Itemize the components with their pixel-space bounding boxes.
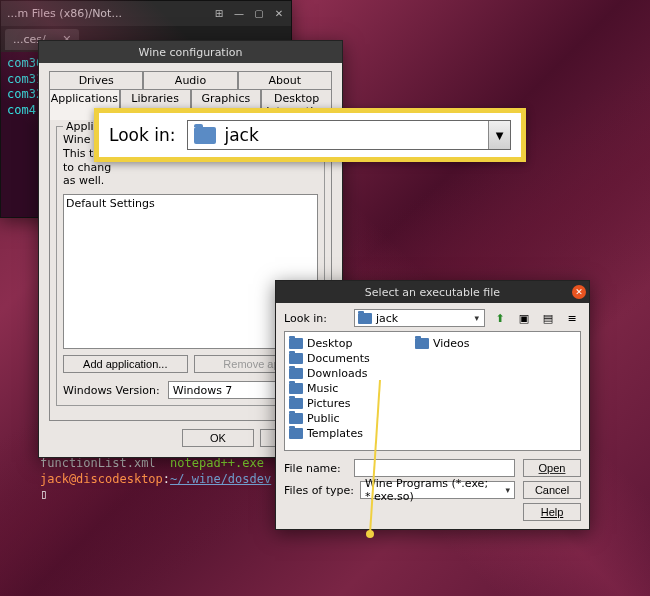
folder-item: Downloads <box>289 366 385 381</box>
svg-point-1 <box>366 530 374 538</box>
folder-icon <box>289 413 303 424</box>
lookin-label: Look in: <box>284 312 348 325</box>
callout-label: Look in: <box>109 125 175 145</box>
file-list[interactable]: Desktop Documents Downloads Music Pictur… <box>284 331 581 451</box>
add-application-button[interactable]: Add application... <box>63 355 188 373</box>
ok-button[interactable]: OK <box>182 429 254 447</box>
list-view-icon[interactable]: ▤ <box>539 309 557 327</box>
filedlg-title: Select an executable file <box>365 286 500 299</box>
list-item[interactable]: Default Settings <box>66 197 315 210</box>
minimize-icon[interactable]: — <box>233 8 245 20</box>
folder-icon <box>194 127 216 144</box>
winecfg-title: Wine configuration <box>139 46 243 59</box>
close-icon[interactable]: ✕ <box>273 8 285 20</box>
folder-icon <box>415 338 429 349</box>
filetype-select[interactable]: Wine Programs (*.exe; *.exe.so) <box>360 481 515 499</box>
maximize-icon[interactable]: ▢ <box>253 8 265 20</box>
folder-icon <box>289 353 303 364</box>
up-icon[interactable]: ⬆ <box>491 309 509 327</box>
open-button[interactable]: Open <box>523 459 581 477</box>
tab-audio[interactable]: Audio <box>143 71 237 89</box>
tab-drives[interactable]: Drives <box>49 71 143 89</box>
winecfg-titlebar[interactable]: Wine configuration <box>39 41 342 63</box>
callout-dropdown[interactable]: jack ▼ <box>187 120 511 150</box>
folder-icon <box>289 338 303 349</box>
file-open-dialog: Select an executable file ✕ Look in: jac… <box>275 280 590 530</box>
new-folder-icon[interactable]: ▣ <box>515 309 533 327</box>
folder-icon <box>289 383 303 394</box>
folder-item: Public <box>289 411 385 426</box>
folder-item: Pictures <box>289 396 385 411</box>
terminal-titlebar[interactable]: ...m Files (x86)/Not... ⊞ — ▢ ✕ <box>1 1 291 26</box>
folder-icon <box>358 313 372 324</box>
cancel-button[interactable]: Cancel <box>523 481 581 499</box>
folder-icon <box>289 428 303 439</box>
folder-item: Desktop <box>289 336 385 351</box>
tab-row-1: Drives Audio About <box>49 71 332 89</box>
folder-item: Documents <box>289 351 385 366</box>
folder-item: Music <box>289 381 385 396</box>
terminal-title: ...m Files (x86)/Not... <box>7 7 205 20</box>
chevron-down-icon[interactable]: ▼ <box>488 121 510 149</box>
folder-item: Templates <box>289 426 385 441</box>
filename-input[interactable] <box>354 459 515 477</box>
callout-highlight: Look in: jack ▼ <box>94 108 526 162</box>
windows-version-label: Windows Version: <box>63 384 160 397</box>
filename-label: File name: <box>284 462 348 475</box>
help-button[interactable]: Help <box>523 503 581 521</box>
details-view-icon[interactable]: ≡ <box>563 309 581 327</box>
new-tab-icon[interactable]: ⊞ <box>213 8 225 20</box>
tab-about[interactable]: About <box>238 71 332 89</box>
filetype-label: Files of type: <box>284 484 354 497</box>
close-icon[interactable]: ✕ <box>572 285 586 299</box>
folder-item: Videos <box>415 336 511 351</box>
filedlg-titlebar[interactable]: Select an executable file ✕ <box>276 281 589 303</box>
folder-icon <box>289 398 303 409</box>
lookin-dropdown[interactable]: jack <box>354 309 485 327</box>
folder-icon <box>289 368 303 379</box>
